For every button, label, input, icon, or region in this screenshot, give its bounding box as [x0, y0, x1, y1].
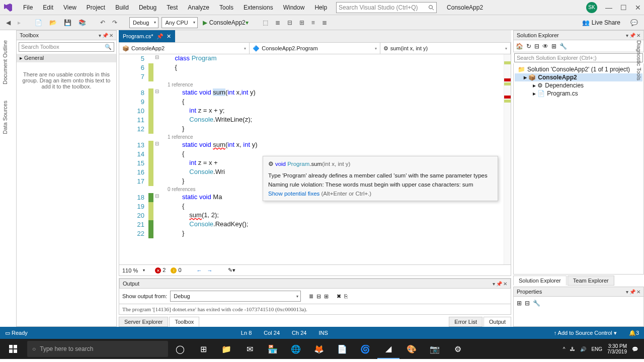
app-icon-9[interactable]: 🎨 [400, 339, 423, 359]
source-control-button[interactable]: ↑ Add to Source Control ▾ [554, 330, 617, 336]
undo-icon[interactable]: ↶ [98, 18, 107, 27]
nav-next-icon[interactable]: → [207, 267, 213, 274]
live-share-button[interactable]: 👥 Live Share [582, 19, 620, 26]
out-btn2[interactable]: ⊟ [316, 293, 321, 300]
close-button[interactable]: ✕ [635, 4, 641, 12]
menu-tools[interactable]: Tools [214, 2, 238, 13]
app-icon-2[interactable]: ✉ [238, 339, 261, 359]
app-icon-11[interactable]: ⚙ [447, 339, 469, 359]
user-badge[interactable]: SK [586, 2, 597, 13]
out-btn1[interactable]: ≣ [309, 293, 313, 300]
solution-search[interactable]: Search Solution Explorer (Ctrl+;) [514, 53, 643, 62]
nav-prev-icon[interactable]: ← [197, 267, 202, 274]
pin-tab-icon[interactable]: 📌 [156, 33, 164, 40]
platform-dropdown[interactable]: Any CPU [162, 17, 197, 28]
minimize-button[interactable]: — [605, 4, 612, 12]
tab-solution-explorer[interactable]: Solution Explorer [513, 276, 567, 286]
notifications-icon[interactable]: 🔔3 [629, 330, 639, 336]
error-icon[interactable]: ✕ [155, 267, 161, 274]
menu-project[interactable]: Project [82, 2, 110, 13]
se-refresh-icon[interactable]: ↻ [526, 43, 531, 50]
out-btn4[interactable]: ✖ [337, 293, 341, 300]
app-icon-8[interactable]: ◢ [377, 339, 399, 359]
tray-lang[interactable]: ENG [591, 346, 602, 352]
se-btn5[interactable]: ⊞ [551, 43, 556, 50]
code-editor[interactable]: 5678910111213141516171819202122 ⊟⊟⊟⊟ cla… [119, 54, 511, 265]
run-button[interactable]: ▶ ConsoleApp2 ▾ [201, 18, 251, 27]
nav-class[interactable]: 🔷 ConsoleApp2.Program [250, 43, 380, 54]
menu-view[interactable]: View [58, 2, 82, 13]
out-drop-icon[interactable]: ▾ [493, 281, 495, 287]
menu-debug[interactable]: Debug [134, 2, 162, 13]
props-btn2[interactable]: ⊟ [525, 300, 530, 323]
app-icon-6[interactable]: 📄 [331, 339, 353, 359]
out-btn5[interactable]: ⎘ [344, 293, 348, 299]
out-close-icon[interactable]: ✕ [503, 281, 507, 287]
tree-file[interactable]: ▸ 📄 Program.cs [515, 89, 642, 98]
output-source-dropdown[interactable]: Debug [170, 291, 301, 302]
warning-icon[interactable]: ! [171, 267, 177, 274]
new-project-icon[interactable]: 📄 [33, 18, 44, 27]
app-icon-5[interactable]: 🦊 [308, 339, 330, 359]
out-pin-icon[interactable]: 📌 [496, 281, 502, 287]
pin-icon[interactable]: ▾ [99, 33, 101, 38]
props-btn3[interactable]: 🔧 [533, 300, 540, 323]
pen-icon[interactable]: ✎▾ [228, 267, 235, 274]
tab-error-list[interactable]: Error List [449, 317, 482, 327]
open-icon[interactable]: 📂 [47, 18, 59, 27]
menu-test[interactable]: Test [162, 2, 183, 13]
se-collapse-icon[interactable]: ⊟ [534, 43, 539, 50]
file-tab[interactable]: Program.cs* 📌 ✕ [119, 30, 175, 42]
config-dropdown[interactable]: Debug [129, 17, 158, 28]
tb-icon-3[interactable]: ⊟ [285, 18, 294, 27]
se-close-icon[interactable]: ✕ [636, 33, 640, 38]
back-icon[interactable]: ◀ [4, 18, 13, 27]
menu-file[interactable]: File [18, 2, 38, 13]
menu-help[interactable]: Help [309, 2, 332, 13]
sidetab-diagnostic[interactable]: Diagnostic Tools [636, 40, 642, 80]
close-tab-icon[interactable]: ✕ [167, 33, 171, 40]
tb-icon-6[interactable]: ≣ [320, 18, 329, 27]
taskbar-search[interactable]: ○ Type here to search [27, 341, 168, 357]
tab-server-explorer[interactable]: Server Explorer [119, 317, 168, 327]
menu-build[interactable]: Build [110, 2, 134, 13]
feedback-icon[interactable]: 💬 [628, 18, 640, 27]
tray-net-icon[interactable]: 🖧 [570, 346, 575, 352]
pr-close-icon[interactable]: ✕ [636, 289, 640, 295]
zoom-level[interactable]: 110 % [122, 267, 138, 274]
pr-pin-icon[interactable]: 📌 [629, 289, 635, 295]
menu-extensions[interactable]: Extensions [238, 2, 278, 13]
tree-solution[interactable]: 📁 Solution 'ConsoleApp2' (1 of 1 project… [515, 65, 642, 73]
out-btn3[interactable]: ⊞ [324, 293, 329, 300]
se-show-icon[interactable]: 👁 [542, 43, 548, 50]
pin2-icon[interactable]: 📌 [102, 33, 108, 38]
minimap[interactable] [504, 54, 511, 264]
pr-drop-icon[interactable]: ▾ [626, 289, 628, 295]
system-tray[interactable]: ^ 🖧 🔊 ENG 3:30 PM7/3/2019 💬 [563, 343, 642, 354]
app-icon-10[interactable]: 📷 [424, 339, 446, 359]
menu-edit[interactable]: Edit [38, 2, 58, 13]
tree-dependencies[interactable]: ▸ ⚙ Dependencies [515, 81, 642, 89]
sidetab-doc-outline[interactable]: Document Outline [2, 40, 8, 84]
app-icon-1[interactable]: 📁 [215, 339, 237, 359]
toolbox-search[interactable]: Search Toolbox 🔍 [19, 42, 114, 52]
tab-output[interactable]: Output [484, 317, 511, 327]
app-icon-7[interactable]: 🌀 [354, 339, 376, 359]
sidetab-data-sources[interactable]: Data Sources [2, 101, 8, 134]
nav-project[interactable]: 📦 ConsoleApp2 [119, 43, 250, 54]
forward-icon[interactable]: ▸ [16, 18, 23, 27]
output-body[interactable]: The program '[14136] dotnet.exe' has exi… [119, 304, 511, 314]
props-btn1[interactable]: ⊞ [517, 300, 522, 323]
se-btn6[interactable]: 🔧 [559, 43, 567, 50]
maximize-button[interactable]: ☐ [620, 4, 627, 12]
toolbox-category[interactable]: ▸ General [17, 54, 116, 62]
tray-clock[interactable]: 3:30 PM7/3/2019 [607, 343, 627, 354]
close-panel-icon[interactable]: ✕ [109, 33, 113, 38]
save-all-icon[interactable]: 📚 [76, 18, 88, 27]
solution-tree[interactable]: 📁 Solution 'ConsoleApp2' (1 of 1 project… [513, 63, 644, 275]
redo-icon[interactable]: ↷ [110, 18, 119, 27]
tray-up-icon[interactable]: ^ [563, 346, 566, 352]
se-home-icon[interactable]: 🏠 [516, 43, 523, 50]
start-button[interactable] [2, 339, 24, 359]
save-icon[interactable]: 💾 [62, 18, 73, 27]
